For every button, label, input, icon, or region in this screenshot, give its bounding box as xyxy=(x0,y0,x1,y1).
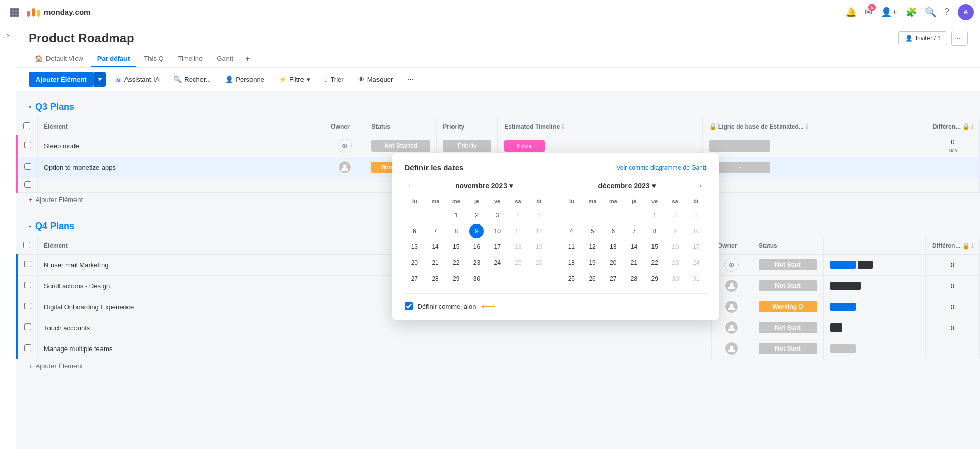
timeline-bar[interactable]: 9 nov. xyxy=(504,140,545,152)
jalon-checkbox[interactable] xyxy=(405,302,413,310)
add-element-chevron[interactable]: ▾ xyxy=(94,72,106,87)
grid-menu-icon[interactable] xyxy=(6,4,22,20)
cal-day[interactable]: 10 xyxy=(490,224,505,238)
cal-day[interactable]: 12 xyxy=(585,240,599,254)
cal-day[interactable]: 20 xyxy=(407,256,421,270)
cal-month-dropdown-icon[interactable]: ▾ xyxy=(509,182,513,190)
sidebar-toggle[interactable]: › xyxy=(7,31,9,40)
cal-day[interactable]: 14 xyxy=(626,240,641,254)
select-all-q4[interactable] xyxy=(23,242,30,248)
row-checkbox[interactable] xyxy=(24,282,31,288)
cal-day[interactable]: 19 xyxy=(585,256,599,270)
monday-logo[interactable]: monday.com xyxy=(27,8,90,17)
cal-month-dropdown-icon2[interactable]: ▾ xyxy=(652,182,656,190)
cal-day[interactable]: 8 xyxy=(647,224,662,238)
cal-day[interactable]: 17 xyxy=(490,240,505,254)
cal-day[interactable]: 21 xyxy=(428,256,442,270)
cal-day[interactable]: 10 xyxy=(689,224,703,238)
cal-day[interactable]: 16 xyxy=(469,240,484,254)
cal-day[interactable]: 2 xyxy=(469,208,484,222)
search-button[interactable]: 🔍 Recher... xyxy=(168,73,216,86)
add-element-button[interactable]: Ajouter Élément xyxy=(29,72,94,87)
priority-badge[interactable]: Priority xyxy=(443,140,491,152)
cal-day[interactable]: 30 xyxy=(668,271,683,286)
cal-day[interactable]: 18 xyxy=(511,240,525,254)
add-element-q4[interactable]: + Ajouter Élément xyxy=(16,359,980,373)
tab-default-view[interactable]: 🏠 Default View xyxy=(29,51,89,67)
cal-day[interactable]: 28 xyxy=(428,271,442,286)
row-checkbox[interactable] xyxy=(24,344,31,351)
cal-day[interactable]: 13 xyxy=(606,240,620,254)
sort-button[interactable]: ↕ Trier xyxy=(319,73,349,86)
cal-day[interactable]: 24 xyxy=(490,256,505,270)
cal-day[interactable]: 20 xyxy=(606,256,620,270)
avatar[interactable]: A xyxy=(958,4,974,20)
more-options-button[interactable]: ⋯ xyxy=(951,31,968,46)
owner-avatar[interactable] xyxy=(724,320,739,335)
assistant-ia-button[interactable]: AI Assistant IA xyxy=(110,73,165,86)
cal-day[interactable]: 3 xyxy=(490,208,505,222)
row-item-name[interactable]: Option to monetize apps xyxy=(38,157,324,178)
owner-avatar[interactable] xyxy=(338,160,352,174)
status-badge[interactable]: Working O xyxy=(759,301,817,312)
search-icon[interactable]: 🔍 xyxy=(925,7,936,18)
cal-day[interactable]: 19 xyxy=(532,240,546,254)
group-q3-title[interactable]: Q3 Plans xyxy=(35,102,74,112)
cal-day[interactable]: 26 xyxy=(585,271,599,286)
cal-day[interactable]: 25 xyxy=(511,256,525,270)
person-filter-button[interactable]: 👤 Personne xyxy=(220,73,269,86)
tab-timeline[interactable]: Timeline xyxy=(172,51,209,67)
cal-day[interactable]: 14 xyxy=(428,240,442,254)
cal-day[interactable]: 3 xyxy=(689,208,703,222)
cal-day[interactable]: 6 xyxy=(407,224,421,238)
status-badge[interactable]: Not Start xyxy=(759,280,817,291)
row-checkbox[interactable] xyxy=(24,303,31,309)
cal-day[interactable]: 28 xyxy=(626,271,641,286)
status-badge[interactable]: Not Start xyxy=(759,322,817,333)
cal-day[interactable]: 1 xyxy=(647,208,662,222)
cal-day[interactable]: 4 xyxy=(511,208,525,222)
status-badge[interactable]: Not Started xyxy=(371,140,430,152)
col-header-check[interactable] xyxy=(17,238,38,255)
owner-avatar[interactable] xyxy=(724,341,739,356)
cal-day[interactable]: 30 xyxy=(469,271,484,286)
add-owner-btn[interactable]: ⊕ xyxy=(338,139,352,153)
cal-day[interactable]: 11 xyxy=(511,224,525,238)
cal-day[interactable]: 8 xyxy=(449,224,463,238)
hide-button[interactable]: 👁 Masquer xyxy=(353,73,398,86)
add-owner-btn[interactable]: ⊕ xyxy=(724,258,739,272)
cal-day[interactable]: 1 xyxy=(449,208,463,222)
cal-day[interactable]: 7 xyxy=(626,224,641,238)
tab-gantt[interactable]: Gantt xyxy=(211,51,239,67)
cal-day[interactable]: 15 xyxy=(449,240,463,254)
cal-day[interactable]: 22 xyxy=(647,256,662,270)
cal-gantt-link[interactable]: Voir comme diagramme de Gantt xyxy=(616,164,706,171)
cal-day[interactable]: 29 xyxy=(449,271,463,286)
cal-day[interactable]: 18 xyxy=(564,256,579,270)
cal-day[interactable]: 12 xyxy=(532,224,546,238)
filter-button[interactable]: ⚡ Filtre ▾ xyxy=(273,73,315,86)
apps-icon[interactable]: 🧩 xyxy=(906,7,917,18)
row-checkbox[interactable] xyxy=(24,261,31,267)
notification-icon[interactable]: 🔔 xyxy=(845,7,857,18)
row-checkbox[interactable] xyxy=(24,163,31,170)
status-badge[interactable]: Not Start xyxy=(759,259,817,270)
cal-day[interactable]: 27 xyxy=(606,271,620,286)
inbox-icon[interactable]: ✉ 5 xyxy=(865,7,872,18)
cal-day[interactable]: 5 xyxy=(532,208,546,222)
cal-day[interactable]: 25 xyxy=(564,271,579,286)
cal-day[interactable]: 9 xyxy=(668,224,683,238)
row-checkbox[interactable] xyxy=(24,142,31,148)
row-item-name[interactable]: Sleep mode xyxy=(38,135,324,157)
group-q4-title[interactable]: Q4 Plans xyxy=(35,221,74,232)
cal-day[interactable]: 22 xyxy=(449,256,463,270)
cal-day[interactable]: 27 xyxy=(407,271,421,286)
row-checkbox[interactable] xyxy=(24,323,31,330)
row-checkbox[interactable] xyxy=(24,181,31,188)
cal-day[interactable]: 21 xyxy=(626,256,641,270)
help-icon[interactable]: ? xyxy=(944,7,949,17)
cal-day[interactable]: 26 xyxy=(532,256,546,270)
cal-day[interactable]: 13 xyxy=(407,240,421,254)
owner-avatar[interactable] xyxy=(724,300,739,314)
cal-day[interactable]: 31 xyxy=(689,271,703,286)
